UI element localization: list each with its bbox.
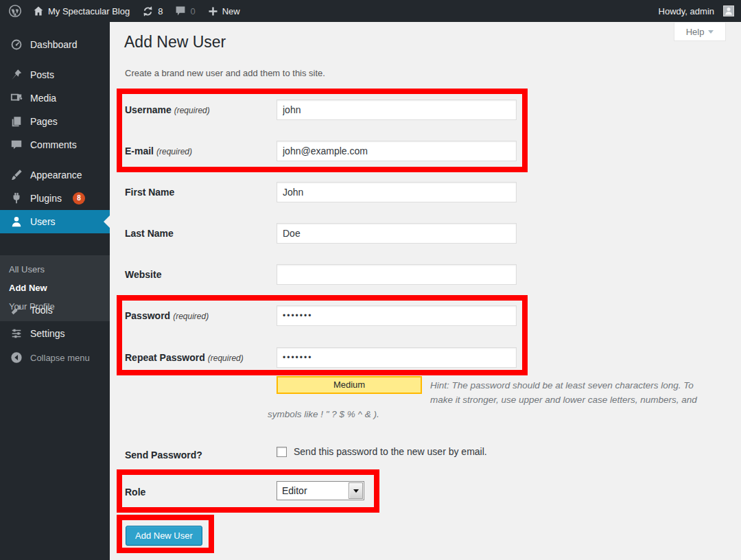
sidebar-item-label: Media — [30, 93, 56, 104]
role-label: Role — [125, 482, 145, 502]
comments-bubble-icon — [175, 5, 186, 16]
sidebar-item-label: Dashboard — [30, 39, 78, 50]
sidebar-item-dashboard[interactable]: Dashboard — [0, 33, 110, 56]
dashboard-icon — [10, 38, 23, 51]
plugins-update-badge: 8 — [73, 192, 85, 205]
required-note: (required) — [173, 312, 209, 321]
settings-icon — [10, 327, 23, 340]
send-password-label: Send Password? — [125, 445, 202, 465]
plugins-icon — [10, 191, 23, 205]
collapse-menu-label: Collapse menu — [30, 353, 90, 363]
sidebar-item-label: Tools — [30, 305, 53, 316]
updates-icon — [142, 5, 154, 17]
sidebar-item-users[interactable]: Users — [0, 210, 110, 233]
sidebar-item-label: Users — [30, 216, 56, 227]
my-account-menu[interactable]: Howdy, admin — [652, 0, 741, 22]
send-password-checkbox[interactable] — [277, 447, 287, 457]
collapse-menu-button[interactable]: Collapse menu — [0, 346, 110, 369]
last-name-label: Last Name — [125, 223, 174, 244]
update-count: 8 — [158, 6, 163, 16]
sidebar-item-appearance[interactable]: Appearance — [0, 163, 110, 187]
repeat-password-label: Repeat Password(required) — [125, 347, 244, 368]
page-description: Create a brand new user and add them to … — [125, 68, 325, 78]
submenu-add-new[interactable]: Add New — [0, 279, 110, 297]
howdy-label: Howdy, admin — [659, 6, 714, 16]
sidebar-item-label: Appearance — [30, 170, 82, 180]
wordpress-logo-icon — [8, 4, 22, 18]
submenu-all-users[interactable]: All Users — [0, 260, 110, 279]
email-label: E-mail(required) — [125, 141, 192, 161]
required-note: (required) — [174, 106, 210, 115]
first-name-label: First Name — [125, 182, 174, 202]
username-field[interactable] — [277, 100, 517, 120]
updates-button[interactable]: 8 — [136, 0, 169, 22]
email-field[interactable] — [277, 141, 517, 161]
pages-icon — [10, 115, 23, 128]
help-label: Help — [686, 27, 705, 37]
admin-bar: My Spectacular Blog 8 0 New Howdy, admin — [0, 0, 741, 22]
repeat-password-field[interactable] — [277, 347, 517, 368]
users-icon — [10, 215, 23, 229]
site-name-label: My Spectacular Blog — [48, 6, 130, 16]
wordpress-logo-button[interactable] — [0, 0, 27, 22]
appearance-icon — [10, 168, 23, 182]
avatar — [723, 5, 734, 16]
username-label: Username(required) — [125, 100, 210, 120]
send-password-checkbox-label: Send this password to the new user by em… — [294, 446, 487, 457]
sidebar-item-label: Comments — [30, 139, 77, 150]
sidebar-item-label: Posts — [30, 69, 54, 80]
sidebar-item-plugins[interactable]: Plugins 8 — [0, 187, 110, 210]
sidebar-item-label: Settings — [30, 328, 65, 339]
comment-count: 0 — [190, 6, 195, 16]
home-icon — [33, 5, 44, 16]
password-hint: Hint: The password should be at least se… — [268, 378, 712, 421]
select-arrow-icon — [353, 489, 359, 493]
help-button[interactable]: Help — [674, 23, 726, 41]
sidebar-item-media[interactable]: Media — [0, 86, 110, 110]
sidebar-item-settings[interactable]: Settings — [0, 322, 110, 345]
tools-icon — [10, 303, 23, 317]
plus-icon — [208, 6, 218, 16]
page-title: Add New User — [124, 33, 226, 51]
sidebar-item-pages[interactable]: Pages — [0, 110, 110, 133]
select-dropdown-button[interactable] — [349, 482, 363, 499]
hint-float-spacer — [268, 378, 430, 399]
password-field[interactable] — [277, 305, 517, 326]
posts-icon — [10, 68, 23, 82]
last-name-field[interactable] — [277, 223, 517, 244]
send-password-row: Send this password to the new user by em… — [277, 446, 487, 457]
first-name-field[interactable] — [277, 182, 517, 202]
password-label: Password(required) — [125, 305, 209, 326]
chevron-down-icon — [708, 30, 714, 34]
comments-button[interactable]: 0 — [169, 0, 201, 22]
comments-icon — [10, 138, 23, 152]
role-select[interactable]: Editor — [277, 481, 364, 500]
sidebar-item-label: Pages — [30, 116, 58, 127]
new-content-button[interactable]: New — [202, 0, 246, 22]
role-selected-value: Editor — [277, 485, 349, 496]
sidebar-item-label: Plugins — [30, 193, 62, 204]
website-label: Website — [125, 264, 161, 285]
new-label: New — [222, 6, 240, 16]
site-name-link[interactable]: My Spectacular Blog — [27, 0, 136, 22]
admin-sidebar: Dashboard Posts Media Pages Comments App… — [0, 22, 110, 560]
required-note: (required) — [208, 353, 244, 363]
sidebar-item-posts[interactable]: Posts — [0, 63, 110, 86]
media-icon — [10, 91, 23, 105]
add-new-user-button[interactable]: Add New User — [126, 526, 202, 546]
sidebar-item-tools[interactable]: Tools — [0, 299, 110, 322]
collapse-icon — [10, 351, 23, 364]
website-field[interactable] — [277, 264, 517, 285]
sidebar-item-comments[interactable]: Comments — [0, 133, 110, 156]
required-note: (required) — [156, 147, 192, 156]
